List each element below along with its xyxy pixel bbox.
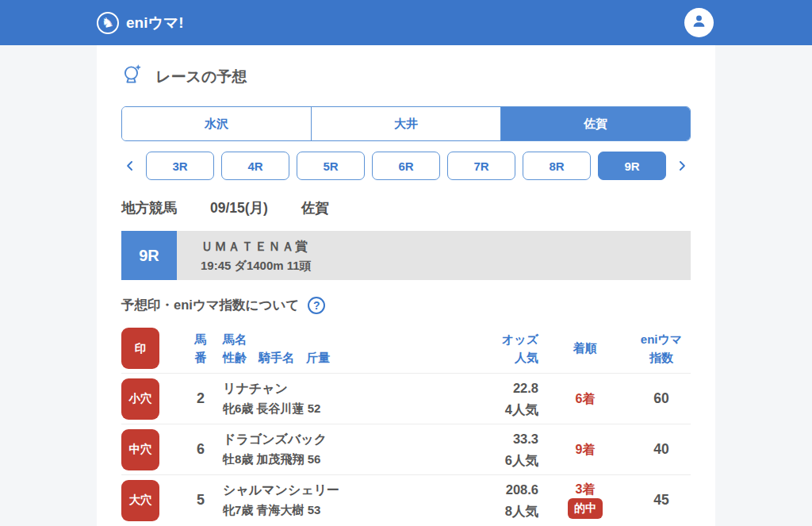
about-label: 予想印・eniウマ指数について — [121, 297, 299, 314]
about-row: 予想印・eniウマ指数について ? — [121, 297, 691, 314]
horse-profile: 牡8歳 加茂飛翔 56 — [223, 452, 453, 467]
app-logo-text: eniウマ! — [126, 13, 184, 33]
race-banner: 9R ＵＭＡＴＥＮＡ賞 19:45 ダ1400m 11頭 — [121, 231, 691, 280]
index-cell: 45 — [632, 492, 691, 509]
race-selector: 3R 4R 5R 6R 7R 8R 9R — [121, 152, 691, 180]
race-button-5r[interactable]: 5R — [297, 152, 365, 180]
avatar-button[interactable] — [684, 8, 714, 37]
odds-cell: 33.3 6人気 — [453, 428, 538, 470]
horse-name: リナチャン — [223, 381, 453, 397]
horse-profile: 牝7歳 青海大樹 53 — [223, 503, 453, 518]
horse-number: 2 — [178, 390, 223, 407]
horse-logo-icon: ♞ — [97, 12, 119, 34]
odds-cell: 208.6 8人気 — [453, 479, 538, 521]
race-button-4r[interactable]: 4R — [221, 152, 289, 180]
help-icon[interactable]: ? — [308, 297, 325, 314]
horse-info: リナチャン 牝6歳 長谷川蓮 52 — [223, 381, 453, 417]
race-details: 19:45 ダ1400m 11頭 — [201, 259, 691, 274]
tab-mizusawa[interactable]: 水沢 — [122, 107, 311, 140]
table-row: 大穴 5 シャルマンシェリー 牝7歳 青海大樹 53 208.6 8人気 3着 … — [121, 474, 691, 525]
table-header-row: 印 馬 番 馬名 性齢 騎手名 斤量 オッズ 人気 着順 eniウマ 指数 — [121, 324, 691, 373]
horse-number: 6 — [178, 441, 223, 458]
race-category: 地方競馬 — [121, 198, 177, 217]
tab-saga[interactable]: 佐賀 — [500, 107, 690, 140]
mark-badge: 大穴 — [121, 480, 159, 521]
index-cell: 60 — [632, 390, 691, 407]
mark-header-badge: 印 — [121, 328, 159, 369]
horse-name: シャルマンシェリー — [223, 482, 453, 499]
race-banner-body: ＵＭＡＴＥＮＡ賞 19:45 ダ1400m 11頭 — [177, 231, 691, 280]
race-meta-row: 地方競馬 09/15(月) 佐賀 — [121, 198, 691, 217]
hit-badge: 的中 — [568, 498, 603, 519]
result-cell: 9着 — [538, 442, 632, 457]
header-horse-no: 馬 番 — [178, 330, 223, 367]
chevron-right-icon[interactable] — [673, 152, 691, 180]
person-icon — [690, 12, 708, 33]
race-number-chip: 9R — [121, 231, 177, 280]
table-row: 小穴 2 リナチャン 牝6歳 長谷川蓮 52 22.8 4人気 6着 60 — [121, 373, 691, 424]
horse-info: シャルマンシェリー 牝7歳 青海大樹 53 — [223, 482, 453, 518]
result-cell: 3着 的中 — [538, 482, 632, 519]
header-result: 着順 — [538, 339, 632, 357]
table-row: 中穴 6 ドラゴンズバック 牡8歳 加茂飛翔 56 33.3 6人気 9着 40 — [121, 424, 691, 474]
header-horse-name: 馬名 性齢 騎手名 斤量 — [223, 330, 453, 367]
header-index: eniウマ 指数 — [632, 330, 691, 367]
app-logo[interactable]: ♞ eniウマ! — [97, 12, 184, 34]
content-card: レースの予想 水沢 大井 佐賀 3R 4R 5R 6R 7R 8R 9R 地方競… — [97, 45, 715, 526]
chevron-left-icon[interactable] — [121, 152, 139, 180]
race-track: 佐賀 — [301, 198, 329, 217]
horse-info: ドラゴンズバック 牡8歳 加茂飛翔 56 — [223, 432, 453, 467]
horse-name: ドラゴンズバック — [223, 432, 453, 448]
mark-badge: 中穴 — [121, 429, 159, 470]
race-title: ＵＭＡＴＥＮＡ賞 — [201, 239, 691, 255]
race-date: 09/15(月) — [210, 198, 268, 217]
horse-profile: 牝6歳 長谷川蓮 52 — [223, 401, 453, 417]
prediction-table: 印 馬 番 馬名 性齢 騎手名 斤量 オッズ 人気 着順 eniウマ 指数 小穴 — [121, 324, 691, 525]
tab-ooi[interactable]: 大井 — [311, 107, 500, 140]
race-button-6r[interactable]: 6R — [372, 152, 440, 180]
race-button-9r[interactable]: 9R — [598, 152, 666, 180]
odds-cell: 22.8 4人気 — [453, 378, 538, 420]
page-title: レースの予想 — [155, 67, 247, 87]
race-button-3r[interactable]: 3R — [146, 152, 214, 180]
race-button-7r[interactable]: 7R — [447, 152, 515, 180]
horse-number: 5 — [178, 492, 223, 509]
crystal-ball-icon — [121, 63, 144, 90]
header-odds: オッズ 人気 — [453, 330, 538, 367]
app-header: ♞ eniウマ! — [0, 0, 812, 45]
mark-badge: 小穴 — [121, 378, 159, 420]
race-button-8r[interactable]: 8R — [523, 152, 591, 180]
index-cell: 40 — [632, 441, 691, 458]
page-title-row: レースの予想 — [121, 63, 691, 90]
result-cell: 6着 — [538, 391, 632, 406]
header-mark: 印 — [121, 328, 178, 369]
track-tab-bar: 水沢 大井 佐賀 — [121, 106, 691, 141]
